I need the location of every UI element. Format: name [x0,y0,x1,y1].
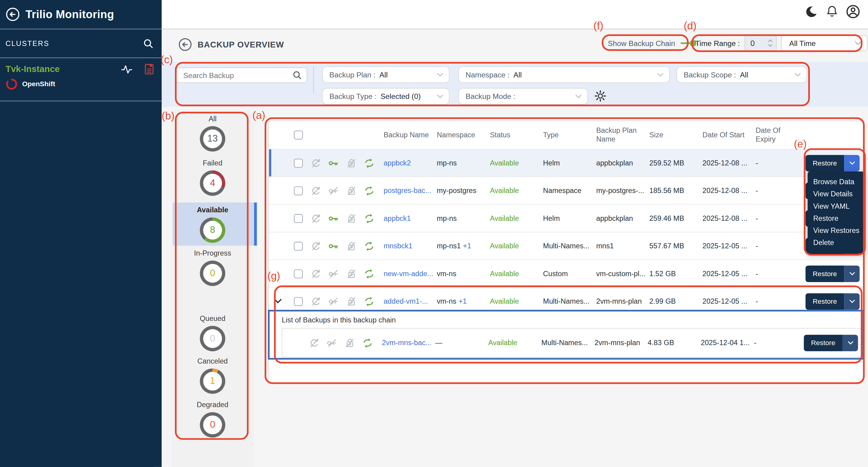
topbar [162,0,868,29]
row-checkbox[interactable] [294,297,303,305]
table-row[interactable]: mnsbck1 mp-ns1+1 Available Multi-Names..… [269,232,863,259]
time-range-select[interactable]: All Time [781,35,867,51]
expiry-date-cell: - [756,159,802,167]
namespace-extra-badge[interactable]: +1 [463,242,471,250]
status-cell: Available [490,214,543,222]
table-row-expanded[interactable]: added-vm1-... vm-ns+1 Available Multi-Na… [269,287,863,314]
summary-item-queued[interactable]: Queued 0 [172,314,254,352]
menu-item-view-restores[interactable]: View Restores [813,225,864,237]
menu-item-delete[interactable]: Delete [813,237,864,249]
restore-menu-caret[interactable] [844,265,860,282]
restore-button[interactable]: Restore [805,265,844,282]
page-title: BACKUP OVERVIEW [198,40,284,49]
summary-donut-queued: 0 [200,326,225,351]
backup-name-link[interactable]: 2vm-mns-bac... [382,338,435,346]
restore-button[interactable]: Restore [805,155,844,171]
col-backup-plan-name: Backup Plan Name [596,126,650,144]
summary-item-available[interactable]: Available 8 [172,206,254,243]
summary-label: Degraded [172,400,254,409]
expiry-date-cell: - [756,269,802,278]
backup-plan-select[interactable]: Backup Plan : All [322,66,450,83]
search-backup-input[interactable] [182,70,292,80]
backup-name-link[interactable]: appbck1 [384,214,437,222]
row-checkbox[interactable] [294,186,303,195]
row-checkbox[interactable] [294,214,303,223]
immutability-disabled-icon [346,157,357,168]
cluster-docs-icon[interactable] [144,64,154,75]
summary-label: Queued [172,314,254,323]
col-date-of-start: Date Of Start [703,131,756,139]
backup-scope-select[interactable]: Backup Scope : All [676,66,807,83]
status-cell: Available [488,338,541,346]
col-namespace: Namespace [437,131,490,139]
table-row[interactable]: postgres-bac... my-postgres Available Na… [269,176,863,204]
sync-disabled-icon [311,240,322,252]
menu-item-view-yaml[interactable]: View YAML [813,200,864,212]
summary-item-in-progress[interactable]: In-Progress 0 [172,249,254,286]
type-cell: Custom [543,269,596,278]
stepper-arrows-icon[interactable] [768,39,772,47]
restore-button[interactable]: Restore [804,335,843,351]
summary-item-degraded[interactable]: Degraded 0 [172,400,254,438]
backup-chain-row[interactable]: 2vm-mns-bac... — Available Multi-Names..… [282,329,861,357]
restore-menu-caret[interactable] [844,155,860,171]
select-all-checkbox[interactable] [294,131,303,139]
expiry-date-cell: - [756,214,802,222]
summary-item-failed[interactable]: Failed 4 [172,159,254,196]
table-row[interactable]: appbck1 mp-ns Available Helm appbckplan … [269,204,863,232]
sidebar-header: Trilio Monitoring [0,0,162,29]
row-checkbox[interactable] [294,159,303,167]
search-icon[interactable] [292,70,302,80]
back-icon[interactable] [5,7,20,22]
menu-item-restore[interactable]: Restore [813,212,864,225]
backup-name-link[interactable]: appbck2 [384,159,437,167]
summary-label: Available [172,206,254,214]
recurring-backup-icon [364,268,375,279]
backup-name-link[interactable]: added-vm1-... [384,297,437,305]
page-header: BACKUP OVERVIEW [178,37,284,52]
row-checkbox[interactable] [294,269,303,278]
backup-type-select[interactable]: Backup Type : Selected (0) [322,88,450,105]
col-status: Status [490,131,543,139]
summary-item-all[interactable]: All 13 [172,114,254,152]
table-row[interactable]: appbck2 mp-ns Available Helm appbckplan … [269,149,863,176]
row-checkbox[interactable] [294,241,303,250]
cluster-name[interactable]: Tvk-Instance [5,64,60,74]
table-row[interactable]: new-vm-adde... vm-ns Available Custom vm… [269,260,863,287]
collapse-chain-chevron-icon[interactable] [269,299,286,304]
immutability-disabled-icon [346,185,357,196]
namespace-extra-badge[interactable]: +1 [459,297,467,305]
summary-item-canceled[interactable]: Canceled 1 [172,357,254,394]
cluster-monitoring-pulse-icon[interactable] [121,65,132,73]
summary-count: 1 [200,368,225,394]
time-range-stepper[interactable]: 0 [744,35,776,51]
backup-name-link[interactable]: new-vm-adde... [384,269,437,278]
namespace-cell: mp-ns [437,159,457,167]
restore-menu-caret[interactable] [844,293,860,309]
summary-donut-available: 8 [200,218,225,243]
show-backup-chain-toggle[interactable] [679,39,696,47]
user-avatar-icon[interactable] [846,4,861,19]
restore-menu-caret[interactable] [843,335,858,351]
cluster-search-icon[interactable] [143,38,154,49]
sync-disabled-icon [309,337,320,348]
gear-icon[interactable] [594,90,606,102]
dark-mode-moon-icon[interactable] [804,5,818,19]
notifications-bell-icon[interactable] [826,5,838,18]
namespace-select[interactable]: Namespace : All [458,66,670,83]
restore-button[interactable]: Restore [805,293,844,309]
immutability-disabled-icon [346,296,357,307]
expiry-date-cell: - [756,242,802,250]
menu-item-view-details[interactable]: View Details [813,188,864,200]
menu-item-browse-data[interactable]: Browse Data [813,176,864,188]
sidebar-item-tvk-instance[interactable]: Tvk-Instance OpenShift [0,58,162,101]
page-back-icon[interactable] [178,37,192,52]
backup-name-link[interactable]: mnsbck1 [384,242,437,250]
backup-mode-select[interactable]: Backup Mode : [458,88,588,105]
immutability-disabled-icon [346,213,357,224]
summary-count: 0 [200,412,225,438]
backup-chain-row-box: 2vm-mns-bac... — Available Multi-Names..… [282,328,862,358]
backup-name-link[interactable]: postgres-bac... [384,186,437,195]
sync-disabled-icon [311,157,322,168]
size-cell: 4.83 GB [648,338,701,346]
